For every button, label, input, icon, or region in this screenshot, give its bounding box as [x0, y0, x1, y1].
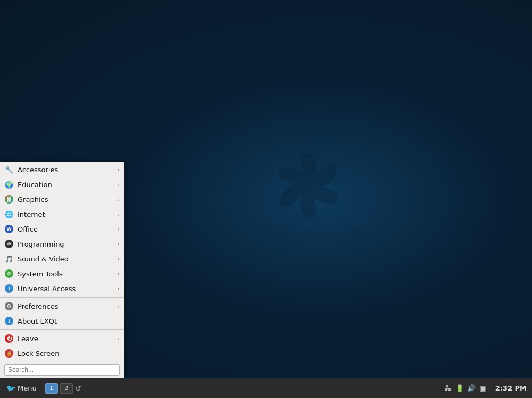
lock-screen-label: Lock Screen: [18, 350, 120, 358]
accessories-arrow: ›: [118, 166, 120, 173]
system-tools-icon: ⚙: [4, 269, 14, 278]
menu-separator-2: [0, 329, 124, 330]
preferences-label: Preferences: [18, 302, 118, 310]
taskbar: 🐦 Menu 1 2 ↺ 🖧 🔋 🔊 ▣ 2:32 PM: [0, 378, 532, 398]
accessories-icon: 🔧: [4, 165, 14, 174]
taskbar-menu-button[interactable]: 🐦 Menu: [2, 382, 41, 395]
internet-label: Internet: [18, 210, 118, 218]
education-arrow: ›: [118, 181, 120, 188]
desktop-logo: SPARKYLINUX: [255, 148, 362, 241]
battery-tray-icon[interactable]: 🔋: [455, 384, 464, 393]
display-tray-icon[interactable]: ▣: [478, 384, 488, 393]
menu-search-container: [0, 361, 124, 378]
menu-item-office[interactable]: W Office ›: [0, 222, 124, 236]
menu-item-universal-access[interactable]: ℹ Universal Access ›: [0, 281, 124, 296]
education-icon: 🌍: [4, 180, 14, 189]
menu-item-graphics[interactable]: ▓ Graphics ›: [0, 192, 124, 207]
internet-icon: 🌐: [4, 209, 14, 219]
leave-label: Leave: [18, 335, 118, 343]
volume-tray-icon[interactable]: 🔊: [467, 384, 476, 393]
menu-item-education[interactable]: 🌍 Education ›: [0, 177, 124, 192]
about-lxqt-label: About LXQt: [18, 317, 120, 325]
programming-label: Programming: [18, 240, 118, 248]
menu-item-internet[interactable]: 🌐 Internet ›: [0, 207, 124, 222]
search-input[interactable]: [4, 364, 120, 376]
workspace-switcher: 1 2 ↺: [44, 383, 81, 394]
graphics-label: Graphics: [18, 196, 118, 204]
sound-video-label: Sound & Video: [18, 255, 118, 263]
universal-access-label: Universal Access: [18, 285, 118, 293]
preferences-arrow: ›: [118, 303, 120, 310]
graphics-arrow: ›: [118, 196, 120, 203]
menu-item-programming[interactable]: ⊗ Programming ›: [0, 236, 124, 251]
system-tray: 🖧 🔋 🔊 ▣: [443, 384, 488, 393]
office-label: Office: [18, 225, 118, 233]
preferences-icon: ⚙: [4, 301, 14, 311]
menu-item-system-tools[interactable]: ⚙ System Tools ›: [0, 266, 124, 281]
menu-item-preferences[interactable]: ⚙ Preferences ›: [0, 299, 124, 314]
education-label: Education: [18, 181, 118, 189]
menu-item-leave[interactable]: ⏻ Leave ›: [0, 331, 124, 346]
menu-separator-1: [0, 297, 124, 298]
system-tools-arrow: ›: [118, 270, 120, 277]
menu-item-lock-screen[interactable]: 🔒 Lock Screen: [0, 346, 124, 361]
universal-access-icon: ℹ: [4, 284, 14, 293]
menu-item-sound-video[interactable]: 🎵 Sound & Video ›: [0, 251, 124, 266]
internet-arrow: ›: [118, 211, 120, 218]
accessories-label: Accessories: [18, 166, 118, 174]
taskbar-menu-label: Menu: [18, 384, 37, 392]
lock-screen-icon: 🔒: [4, 349, 14, 358]
network-tray-icon[interactable]: 🖧: [443, 384, 453, 393]
graphics-icon: ▓: [4, 194, 14, 204]
sound-video-icon: 🎵: [4, 254, 14, 264]
menu-item-accessories[interactable]: 🔧 Accessories ›: [0, 162, 124, 177]
logo-text: SPARKYLINUX: [255, 227, 362, 241]
office-arrow: ›: [118, 226, 120, 233]
programming-arrow: ›: [118, 241, 120, 248]
menu-item-about-lxqt[interactable]: ℹ About LXQt: [0, 314, 124, 328]
workspace-config-icon[interactable]: ↺: [75, 384, 81, 393]
office-icon: W: [4, 224, 14, 234]
app-menu: 🔧 Accessories › 🌍 Education › ▓ Graphics…: [0, 162, 124, 378]
system-tools-label: System Tools: [18, 270, 118, 278]
leave-icon: ⏻: [4, 334, 14, 343]
programming-icon: ⊗: [4, 239, 14, 249]
about-lxqt-icon: ℹ: [4, 316, 14, 326]
taskbar-clock[interactable]: 2:32 PM: [492, 384, 530, 392]
sound-video-arrow: ›: [118, 256, 120, 262]
leave-arrow: ›: [118, 335, 120, 342]
workspace-1-button[interactable]: 1: [45, 383, 58, 394]
workspace-2-button[interactable]: 2: [60, 383, 73, 394]
universal-access-arrow: ›: [118, 285, 120, 292]
sparky-menu-icon: 🐦: [6, 384, 15, 393]
